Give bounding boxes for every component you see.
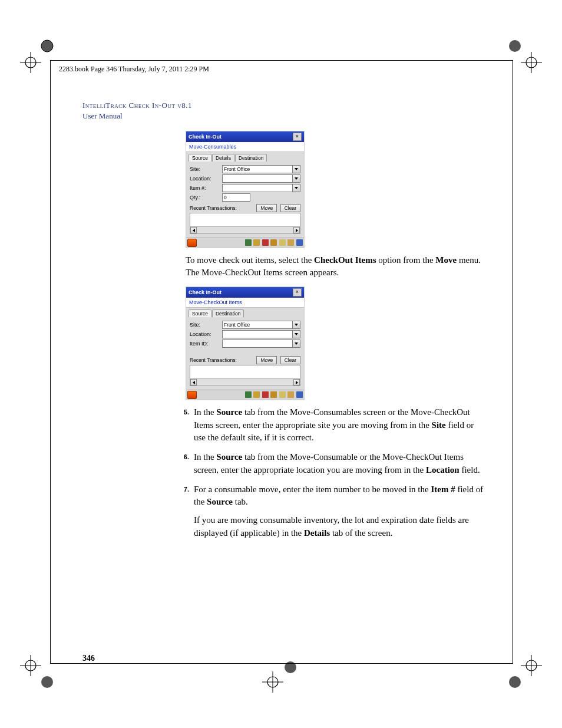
crop-ball-icon xyxy=(504,671,525,693)
tray-icon[interactable] xyxy=(279,239,286,246)
item-id-field[interactable] xyxy=(222,340,293,348)
start-icon[interactable] xyxy=(187,391,197,399)
page-number: 346 xyxy=(82,654,95,663)
form-body: Site: Front Office Location: Item ID: Re… xyxy=(186,317,304,390)
screenshot-move-consumables: Check In-Out × Move-Consumables Source D… xyxy=(186,131,305,248)
location-label: Location: xyxy=(190,331,222,337)
svg-point-16 xyxy=(509,676,521,688)
tray-icons xyxy=(244,391,303,399)
tray-icons xyxy=(244,239,303,247)
tray-icon[interactable] xyxy=(253,391,260,398)
manual-page: 2283.book Page 346 Thursday, July 7, 201… xyxy=(0,0,562,728)
crop-ball-icon xyxy=(37,35,58,57)
clear-button[interactable]: Clear xyxy=(280,356,300,364)
horizontal-scrollbar[interactable] xyxy=(190,378,300,386)
window-titlebar: Check In-Out × xyxy=(186,287,304,298)
chevron-down-icon[interactable] xyxy=(293,330,300,338)
task-tray xyxy=(186,238,304,248)
numbered-steps: 5. In the Source tab from the Move-Consu… xyxy=(174,406,486,539)
horizontal-scrollbar[interactable] xyxy=(190,226,300,233)
svg-point-8 xyxy=(509,40,521,52)
tray-icon[interactable] xyxy=(287,239,294,246)
step-5: 5. In the Source tab from the Move-Consu… xyxy=(174,406,486,444)
tray-icon[interactable] xyxy=(253,239,260,246)
window-titlebar: Check In-Out × xyxy=(186,131,304,142)
tray-icon[interactable] xyxy=(296,391,303,398)
chevron-down-icon[interactable] xyxy=(293,184,300,192)
tray-icon[interactable] xyxy=(245,391,252,398)
site-label: Site: xyxy=(190,166,222,172)
scroll-left-icon[interactable] xyxy=(190,379,197,386)
close-icon[interactable]: × xyxy=(293,133,302,141)
chevron-down-icon[interactable] xyxy=(293,321,300,329)
tray-icon[interactable] xyxy=(270,239,277,246)
window-title: Check In-Out xyxy=(189,134,222,140)
location-field[interactable] xyxy=(222,330,293,338)
step-7: 7. For a consumable move, enter the item… xyxy=(174,483,486,539)
start-icon[interactable] xyxy=(187,239,197,247)
item-id-label: Item ID: xyxy=(190,341,222,347)
chevron-down-icon[interactable] xyxy=(293,174,300,183)
step-number: 7. xyxy=(174,483,194,539)
page-content: Check In-Out × Move-Consumables Source D… xyxy=(82,130,483,546)
tab-details[interactable]: Details xyxy=(212,154,234,162)
crop-ball-icon xyxy=(37,671,58,693)
tab-source[interactable]: Source xyxy=(189,309,211,317)
tray-icon[interactable] xyxy=(262,239,269,246)
location-label: Location: xyxy=(190,176,222,182)
item-label: Item #: xyxy=(190,185,222,191)
step-6: 6. In the Source tab from the Move-Consu… xyxy=(174,451,486,476)
recent-transactions-label: Recent Transactions: xyxy=(190,205,237,211)
form-body: Site: Front Office Location: Item #: Qty… xyxy=(186,162,304,238)
qty-label: Qty.: xyxy=(190,195,222,200)
step-number: 6. xyxy=(174,451,194,476)
window-subtitle: Move-CheckOut Items xyxy=(186,298,304,308)
tab-destination[interactable]: Destination xyxy=(212,309,244,317)
task-tray xyxy=(186,390,304,400)
scroll-left-icon[interactable] xyxy=(190,227,197,233)
tray-icon[interactable] xyxy=(279,391,286,398)
step-number: 5. xyxy=(174,406,194,444)
site-field[interactable]: Front Office xyxy=(222,321,293,329)
doc-header: IntelliTrack Check In-Out v8.1 User Manu… xyxy=(82,100,192,121)
recent-transactions-label: Recent Transactions: xyxy=(190,357,237,363)
scroll-right-icon[interactable] xyxy=(293,227,300,233)
window-title: Check In-Out xyxy=(189,289,222,295)
transactions-list[interactable] xyxy=(190,365,300,386)
site-field[interactable]: Front Office xyxy=(222,165,293,173)
clear-button[interactable]: Clear xyxy=(280,204,300,212)
tab-strip: Source Destination xyxy=(186,308,304,317)
transactions-list[interactable] xyxy=(190,213,300,234)
chevron-down-icon[interactable] xyxy=(293,165,300,173)
move-button[interactable]: Move xyxy=(256,356,277,364)
body-paragraph: To move check out items, select the Chec… xyxy=(186,254,483,278)
window-subtitle: Move-Consumables xyxy=(186,142,304,152)
tray-icon[interactable] xyxy=(287,391,294,398)
tab-destination[interactable]: Destination xyxy=(235,154,267,162)
scroll-right-icon[interactable] xyxy=(293,379,300,386)
close-icon[interactable]: × xyxy=(293,288,302,297)
qty-field[interactable]: 0 xyxy=(222,193,250,202)
crop-ball-icon xyxy=(504,35,525,57)
tab-strip: Source Details Destination xyxy=(186,152,304,162)
running-head: 2283.book Page 346 Thursday, July 7, 201… xyxy=(59,65,209,74)
tray-icon[interactable] xyxy=(245,239,252,246)
move-button[interactable]: Move xyxy=(256,204,277,212)
location-field[interactable] xyxy=(222,174,293,183)
doc-subtitle: User Manual xyxy=(82,111,192,121)
chevron-down-icon[interactable] xyxy=(293,340,300,348)
tab-source[interactable]: Source xyxy=(189,154,211,162)
screenshot-move-checkout-items: Check In-Out × Move-CheckOut Items Sourc… xyxy=(186,286,305,400)
product-title: IntelliTrack Check In-Out v8.1 xyxy=(82,100,192,111)
tray-icon[interactable] xyxy=(262,391,269,398)
tray-icon[interactable] xyxy=(270,391,277,398)
tray-icon[interactable] xyxy=(296,239,303,246)
item-field[interactable] xyxy=(222,184,293,192)
site-label: Site: xyxy=(190,322,222,328)
svg-point-12 xyxy=(41,676,53,688)
